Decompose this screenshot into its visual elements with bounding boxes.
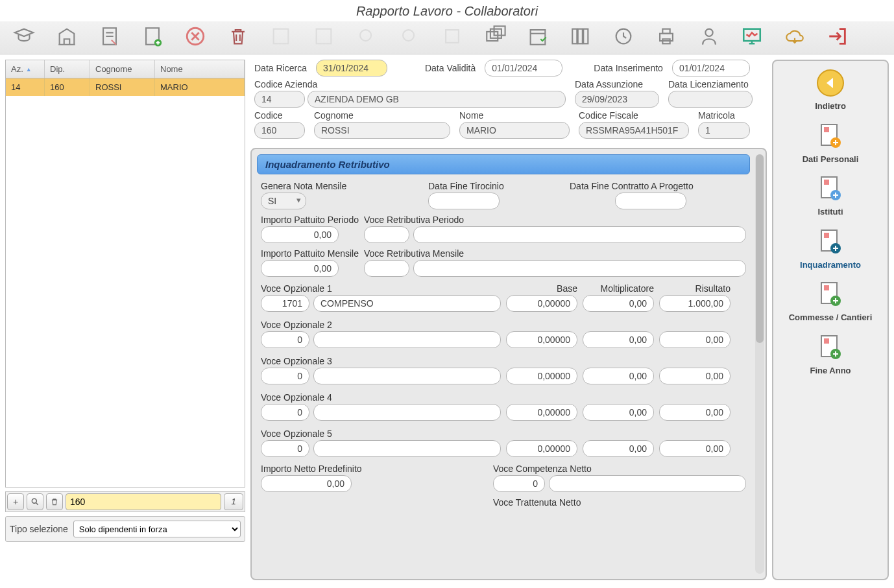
selection-dropdown[interactable]: Solo dipendenti in forza [73,521,241,537]
col-header-az[interactable]: Az. ▲ [6,60,45,78]
cognome-label: Cognome [314,110,450,121]
imp-patt-mensile-input[interactable] [261,260,339,277]
data-fine-tirocinio-input[interactable] [428,193,500,209]
monitor-icon[interactable] [740,24,764,49]
cancel-icon[interactable] [183,24,208,49]
nav-commesse[interactable]: Commesse / Cantieri [776,279,885,323]
matricola-input [698,122,750,139]
grid-header: Az. ▲ Dip. Cognome Nome [6,60,245,78]
voce-opz-code[interactable] [261,368,309,384]
nav-fine-anno[interactable]: Fine Anno [776,332,885,376]
nome-input [459,122,570,139]
imp-patt-periodo-label: Importo Pattuito Periodo [261,215,359,225]
base-input[interactable] [506,440,577,457]
doc-icon [815,332,846,363]
form-scrollbar[interactable] [755,154,764,574]
ris-input[interactable] [659,404,731,421]
data-inserimento-input[interactable] [672,60,750,76]
building-icon[interactable] [54,24,79,49]
nav-inquadramento[interactable]: Inquadramento [776,226,885,270]
col-header-cognome[interactable]: Cognome [90,60,155,78]
archive-icon[interactable] [568,24,593,49]
voce-opz-label: Voce Opzionale 1 [261,283,501,294]
windows-icon[interactable] [483,24,507,49]
svg-rect-4 [274,29,289,44]
svg-rect-17 [660,34,673,41]
ris-input[interactable] [659,295,731,312]
voce-retr-mensile-code[interactable] [364,260,409,277]
right-nav: Indietro Dati Personali Istituti Inquadr… [772,60,889,580]
data-validita-label: Data Validità [425,63,476,73]
add-button[interactable]: + [7,493,24,510]
genera-nota-select[interactable]: SI [261,193,306,209]
grid-body[interactable]: 14 160 ROSSI MARIO [6,78,245,487]
voce-comp-netto-desc[interactable] [549,475,746,492]
nav-dati-personali[interactable]: Dati Personali [776,121,885,165]
data-ricerca-input[interactable] [316,60,387,76]
calendar-check-icon[interactable] [526,24,550,49]
search-button[interactable] [27,493,43,510]
base-input[interactable] [506,404,577,421]
grid-row[interactable]: 14 160 ROSSI MARIO [6,78,245,96]
clock-icon[interactable] [611,24,636,49]
voce-opz-label: Voce Opzionale 2 [261,320,501,330]
svg-rect-28 [824,180,829,185]
printer-icon[interactable] [654,24,679,49]
ris-input[interactable] [659,368,731,384]
base-input[interactable] [506,331,577,348]
doc-add-icon[interactable] [140,24,165,49]
trash-icon[interactable] [226,24,250,49]
col-header-dip[interactable]: Dip. [45,60,90,78]
doc-edit-icon[interactable] [97,24,122,49]
voce-opz-desc[interactable] [313,368,501,384]
voce-retr-periodo-code[interactable] [364,226,409,243]
voce-opz-desc[interactable] [313,295,501,312]
voce-opz-code[interactable] [261,295,309,312]
cloud-icon[interactable] [782,24,807,49]
ris-input[interactable] [659,331,731,348]
doc-icon [815,173,846,204]
support-icon[interactable] [697,24,721,49]
voce-opz-desc[interactable] [313,440,501,457]
voce-opz-label: Voce Opzionale 3 [261,356,501,366]
data-fine-contratto-input[interactable] [615,193,686,209]
molt-input[interactable] [583,331,654,348]
voce-opz-code[interactable] [261,440,309,457]
voce-opz-desc[interactable] [313,331,501,348]
molt-input[interactable] [583,295,654,312]
data-validita-input[interactable] [485,60,562,76]
voce-comp-netto-code[interactable] [493,475,545,492]
nav-indietro[interactable]: Indietro [776,67,885,112]
codice-azienda-input[interactable] [254,91,305,108]
voce-tratt-netto-label: Voce Trattenuta Netto [493,497,746,508]
svg-rect-18 [662,29,670,34]
imp-patt-periodo-input[interactable] [261,226,339,243]
base-input[interactable] [506,368,577,384]
search-input[interactable] [66,493,221,510]
voce-retr-periodo-desc[interactable] [413,226,746,243]
molt-input[interactable] [583,368,654,384]
col-header-nome[interactable]: Nome [155,60,245,78]
base-input[interactable] [506,295,577,312]
svg-rect-37 [824,338,829,344]
voce-retr-mensile-desc[interactable] [413,260,746,277]
user-grad-icon[interactable] [12,24,36,49]
imp-patt-mensile-label: Importo Pattuito Mensile [261,248,359,259]
employee-grid: Az. ▲ Dip. Cognome Nome 14 160 ROSSI MAR… [5,60,245,488]
voce-opz-desc[interactable] [313,404,501,421]
svg-rect-5 [317,29,332,44]
voce-opz-code[interactable] [261,331,309,348]
cell-dip: 160 [45,78,90,96]
imp-netto-input[interactable] [261,475,352,492]
ris-input[interactable] [659,440,731,457]
voce-opz-code[interactable] [261,404,309,421]
exit-icon[interactable] [825,24,850,49]
delete-button[interactable] [46,493,63,510]
nav-istituti[interactable]: Istituti [776,173,885,217]
svg-rect-8 [446,30,459,43]
molt-input[interactable] [583,440,654,457]
data-assunzione-input [575,91,659,108]
codice-input [254,122,305,139]
molt-input[interactable] [583,404,654,421]
result-count: 1 [224,493,243,510]
